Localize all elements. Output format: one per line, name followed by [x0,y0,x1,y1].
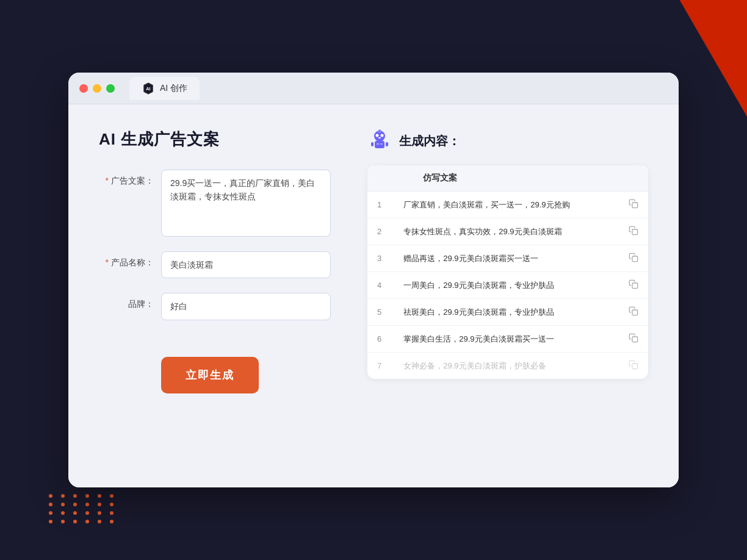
brand-input[interactable] [161,293,331,320]
row-text: 赠品再送，29.9元美白淡斑霜买一送一 [391,245,619,272]
left-panel: AI 生成广告文案 *广告文案： *产品名称： 品牌： 立 [99,129,331,463]
row-number: 3 [367,245,391,272]
right-header: 生成内容： [367,129,648,153]
svg-rect-11 [377,143,379,145]
svg-point-8 [378,130,381,132]
copy-button[interactable] [619,299,648,326]
copy-button[interactable] [619,353,648,379]
copy-button[interactable] [619,326,648,353]
main-content: AI 生成广告文案 *广告文案： *产品名称： 品牌： 立 [68,104,679,487]
svg-rect-12 [380,143,383,145]
copy-button[interactable] [619,218,648,245]
svg-rect-3 [375,141,384,148]
table-row: 5祛斑美白，29.9元美白淡斑霜，专业护肤品 [367,299,648,326]
row-number: 4 [367,272,391,299]
traffic-lights [79,84,115,93]
row-number: 6 [367,326,391,353]
svg-rect-18 [632,337,638,342]
table-row: 4一周美白，29.9元美白淡斑霜，专业护肤品 [367,272,648,299]
product-name-group: *产品名称： [99,251,331,278]
robot-icon [367,129,392,153]
results-table: 仿写文案 1厂家直销，美白淡斑霜，买一送一，29.9元抢购 2专抹女性斑点，真实… [367,165,648,379]
row-text: 祛斑美白，29.9元美白淡斑霜，专业护肤品 [391,299,619,326]
copy-button[interactable] [619,245,648,272]
row-number: 1 [367,192,391,218]
ai-creation-tab[interactable]: AI AI 创作 [129,77,200,100]
row-text: 一周美白，29.9元美白淡斑霜，专业护肤品 [391,272,619,299]
table-row: 6掌握美白生活，29.9元美白淡斑霜买一送一 [367,326,648,353]
svg-text:AI: AI [146,85,150,91]
generate-button[interactable]: 立即生成 [161,357,259,393]
ad-copy-input[interactable] [161,170,331,237]
copy-button[interactable] [619,272,648,299]
svg-point-4 [376,134,379,137]
col-text-header: 仿写文案 [391,165,619,192]
table-row: 1厂家直销，美白淡斑霜，买一送一，29.9元抢购 [367,192,648,218]
right-panel-title: 生成内容： [399,133,460,149]
svg-rect-14 [632,229,638,235]
ad-copy-group: *广告文案： [99,170,331,237]
svg-rect-15 [632,256,638,262]
row-text: 专抹女性斑点，真实功效，29.9元美白淡斑霜 [391,218,619,245]
browser-window: AI AI 创作 AI 生成广告文案 *广告文案： *产品名称： [68,73,679,487]
minimize-button[interactable] [93,84,101,93]
right-panel: 生成内容： 仿写文案 1厂家直销，美白淡斑霜，买一送一，29.9元抢购 2专抹女… [367,129,648,463]
brand-group: 品牌： [99,293,331,320]
ai-tab-icon: AI [142,82,155,95]
svg-rect-10 [386,142,388,146]
row-number: 7 [367,353,391,379]
row-number: 5 [367,299,391,326]
table-row: 7女神必备，29.9元美白淡斑霜，护肤必备 [367,353,648,379]
svg-rect-6 [378,137,381,138]
page-title: AI 生成广告文案 [99,129,331,150]
close-button[interactable] [79,84,88,93]
svg-rect-17 [632,310,638,315]
product-name-required: * [106,257,109,267]
ad-copy-label: *广告文案： [99,170,154,187]
svg-point-5 [381,134,384,137]
table-row: 3赠品再送，29.9元美白淡斑霜买一送一 [367,245,648,272]
bg-decoration-dots [49,494,117,523]
brand-label: 品牌： [99,293,154,310]
svg-rect-16 [632,283,638,289]
tab-label: AI 创作 [160,83,187,94]
row-text: 掌握美白生活，29.9元美白淡斑霜买一送一 [391,326,619,353]
maximize-button[interactable] [106,84,115,93]
col-num-header [367,165,391,192]
svg-rect-9 [371,142,374,146]
row-number: 2 [367,218,391,245]
row-text: 女神必备，29.9元美白淡斑霜，护肤必备 [391,353,619,379]
title-bar: AI AI 创作 [68,73,679,104]
ad-copy-required: * [106,176,109,185]
svg-rect-19 [632,364,638,369]
row-text: 厂家直销，美白淡斑霜，买一送一，29.9元抢购 [391,192,619,218]
col-copy-header [619,165,648,192]
product-name-label: *产品名称： [99,251,154,268]
copy-button[interactable] [619,192,648,218]
svg-rect-13 [632,203,638,208]
table-row: 2专抹女性斑点，真实功效，29.9元美白淡斑霜 [367,218,648,245]
product-name-input[interactable] [161,251,331,278]
